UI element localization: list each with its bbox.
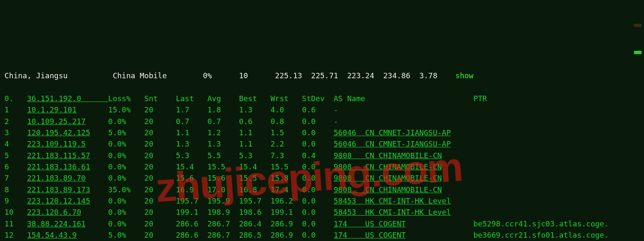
summary-loss: 0% [203,71,239,80]
pad [442,151,473,160]
hop-number: 4 [5,139,27,148]
hop-best: 286.4 [239,219,270,228]
summary-avg: 225.71 [311,71,347,80]
hop-row: 3 120.195.42.125 5.0% 20 1.1 1.2 1.1 1.5… [0,127,644,138]
pad [406,219,473,228]
hop-avg: 1.8 [208,105,239,114]
hop-loss: 0.0% [108,208,144,216]
hop-stdev: 0.0 [302,208,334,216]
summary-row: China, Jiangsu China Mobile 0% 10 225.13… [0,70,644,81]
pad [77,105,108,114]
hop-wrst: 17.4 [270,185,302,194]
hop-loss: 5.0% [108,231,144,239]
pad [77,231,108,239]
hop-last: 1.7 [176,105,208,114]
hop-host[interactable]: 221.183.115.57 [27,151,90,160]
hop-host[interactable]: 120.195.42.125 [27,128,90,137]
hop-host[interactable]: 223.120.12.145 [27,196,90,205]
pad [90,151,108,160]
hop-host[interactable]: 221.183.89.173 [27,185,90,194]
hop-host[interactable]: 221.183.136.61 [27,162,90,171]
hop-last: 1.1 [176,128,208,137]
hop-snt: 20 [144,174,176,182]
header-wrst: Wrst [270,94,302,103]
hop-wrst: 15.8 [270,174,302,182]
pad [81,208,108,216]
hop-best: 195.7 [239,196,270,205]
hop-asname[interactable]: 9808 CN CHINAMOBILE-CN [334,174,442,182]
hop-wrst: 2.2 [270,139,302,148]
hop-row: 9 223.120.12.145 0.0% 20 195.7 195.9 195… [0,195,644,206]
hop-best: 1.3 [239,105,270,114]
hop-asname[interactable]: 9808 CN CHINAMOBILE-CN [334,151,442,160]
header-stdev: StDev [302,94,334,103]
pad [442,174,473,182]
hop-best: 5.3 [239,151,270,160]
hop-avg: 5.5 [208,151,239,160]
hop-best: 1.1 [239,139,270,148]
hop-wrst: 0.8 [270,117,302,126]
hop-avg: 0.7 [208,117,239,126]
hop-last: 199.1 [176,208,208,216]
hop-ptr: be5298.ccr41.sjc03.atlas.coge. [473,219,609,228]
hop-asname[interactable]: 174 US COGENT [334,231,406,239]
summary-wrst: 234.86 [383,71,419,80]
terminal-output: { "summary": { "location": "China, Jiang… [0,0,644,241]
summary-location: China, Jiangsu [0,71,113,80]
hop-row: 7 221.183.89.70 0.0% 20 15.6 15.6 15.5 1… [0,172,644,184]
hop-loss: 0.0% [108,196,144,205]
pad [451,208,473,216]
hop-number: 6 [5,162,27,171]
pad [90,196,108,205]
pad [442,185,473,194]
hop-asname[interactable]: 58453 HK CMI-INT-HK Level [334,208,451,216]
hop-stdev: 0.0 [302,162,334,171]
hop-number: 8 [5,185,27,194]
show-link[interactable]: show [456,71,473,80]
hop-host[interactable]: 38.88.224.161 [27,219,86,228]
hop-stdev: 0.0 [302,128,334,137]
hop-snt: 20 [144,196,176,205]
hop-asname[interactable]: 9808 CN CHINAMOBILE-CN [334,162,442,171]
hop-avg: 195.9 [208,196,239,205]
hop-best: 198.6 [239,208,270,216]
hop-host[interactable]: 221.183.89.70 [27,174,86,182]
hop-ptr: be3669.ccr21.sfo01.atlas.coge. [473,231,609,239]
hop-snt: 20 [144,117,176,126]
hop-avg: 1.3 [208,139,239,148]
hop-loss: 0.0% [108,219,144,228]
pad [442,162,473,171]
pad [86,174,108,182]
hop-host[interactable]: 10.1.29.101 [27,105,77,114]
hop-asname[interactable]: 58453 HK CMI-INT-HK Level [334,196,451,205]
hop-last: 286.6 [176,219,208,228]
hop-asname[interactable]: 56046 CN CMNET-JIANGSU-AP [334,128,451,137]
blank-row [0,82,644,93]
hop-host[interactable]: 154.54.43.9 [27,231,77,239]
hop-last: 16.9 [176,185,208,194]
hop-loss: 0.0% [108,117,144,126]
summary-best: 223.24 [347,71,384,80]
hop-stdev: 0.4 [302,151,334,160]
hop-avg: 15.6 [208,174,239,182]
pad [86,117,108,126]
hop-loss: 0.0% [108,174,144,182]
hop-asn: - [334,117,338,126]
hop-loss: 0.0% [108,162,144,171]
hop-host[interactable]: 10.109.25.217 [27,117,86,126]
hop-loss: 0.0% [108,139,144,148]
hop-host[interactable]: 223.120.6.70 [27,208,81,216]
indicator-box [634,24,642,27]
hop-asname[interactable]: 9808 CN CHINAMOBILE-CN [334,185,442,194]
hop-stdev: 0.0 [302,219,334,228]
hop-host[interactable]: 223.109.119.5 [27,139,86,148]
hop-avg: 15.5 [208,162,239,171]
hop-asname[interactable]: 56046 CN CMNET-JIANGSU-AP [334,139,451,148]
status-indicators [634,1,643,67]
pad [86,219,108,228]
hop-loss: 15.0% [108,105,144,114]
hop-best: 16.8 [239,185,270,194]
pad [406,231,473,239]
hop-number: 2 [5,117,27,126]
hop-asname[interactable]: 174 US COGENT [334,219,406,228]
